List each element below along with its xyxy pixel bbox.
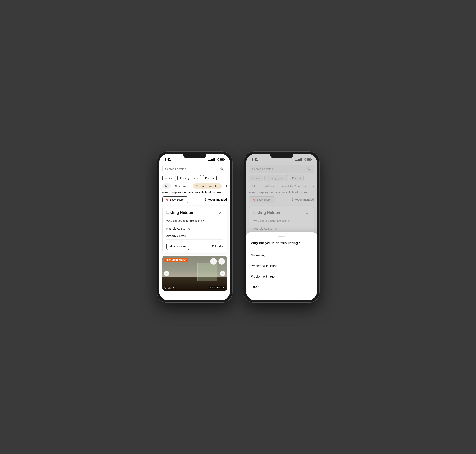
- scene: 9:41 ▂▄▆█ ⌘ 🔍: [157, 152, 319, 303]
- sort-arrows-left: ⇕: [204, 198, 207, 201]
- featured-badge-left: FEATURED AGENT: [164, 258, 188, 262]
- wifi-icon-left: ⌘: [216, 158, 219, 161]
- search-icon-right: 🔍: [307, 167, 311, 171]
- price-button-left[interactable]: Price ⌄: [203, 175, 217, 181]
- sheet-item-other-label: Other: [251, 286, 259, 289]
- chevron-other: ›: [311, 286, 312, 289]
- action-row-right: 🔖 Save Search ⇕ Recommended: [249, 196, 314, 203]
- price-label-left: Price: [205, 177, 211, 180]
- property-type-chevron-right: ⌄: [284, 177, 286, 180]
- result-count-left: 59553 Property / Houses for Sale in Sing…: [162, 191, 227, 194]
- filter-icon-right: ☰: [252, 177, 254, 179]
- sheet-item-problem-listing[interactable]: Problem with listing ›: [251, 261, 312, 271]
- price-chevron-left: ⌄: [212, 177, 214, 180]
- property-type-button-left[interactable]: Property Type ⌄: [177, 175, 201, 181]
- sheet-header: Why did you hide this listing? ✕: [251, 241, 312, 246]
- property-type-label-left: Property Type: [180, 177, 196, 180]
- svg-rect-5: [307, 159, 310, 160]
- chevron-misleading: ›: [311, 254, 312, 257]
- sheet-item-misleading[interactable]: Misleading ›: [251, 250, 312, 261]
- bookmark-icon-left: 🔖: [165, 198, 168, 201]
- favorite-button-left[interactable]: ♡: [218, 258, 225, 265]
- card-header-right: Listing Hidden ✕: [253, 210, 310, 215]
- property-type-button-right: Property Type ⌄: [264, 175, 288, 181]
- prev-arrow-left[interactable]: ‹: [164, 271, 169, 276]
- sheet-close-button[interactable]: ✕: [307, 241, 312, 246]
- time-left: 9:41: [165, 158, 171, 161]
- bookmark-icon-right: 🔖: [252, 198, 256, 201]
- filter-row-left: ☰ Filter Property Type ⌄ Price ⌄: [162, 175, 227, 181]
- search-bar-right: 🔍: [249, 165, 314, 173]
- brand-logo-icon-left: ⌂: [210, 287, 211, 289]
- sheet-item-problem-agent[interactable]: Problem with agent ›: [251, 271, 312, 282]
- search-icon-left: 🔍: [220, 167, 224, 171]
- battery-icon-left: [220, 158, 225, 161]
- close-button-left[interactable]: ✕: [217, 210, 223, 215]
- svg-rect-1: [224, 159, 225, 160]
- result-count-right: 59553 Property / Houses for Sale in Sing…: [249, 191, 314, 194]
- notch: [183, 152, 206, 158]
- chevron-problem-agent: ›: [311, 275, 312, 278]
- more-reasons-label-left: More reasons: [170, 245, 186, 248]
- pill-more-right: Ma...: [310, 183, 314, 189]
- card-footer-left: More reasons ↶ Undo: [166, 243, 223, 250]
- sort-text-left: Recommended: [207, 198, 227, 201]
- bottom-sheet-right[interactable]: Why did you hide this listing? ✕ Mislead…: [246, 232, 317, 300]
- sheet-item-misleading-label: Misleading: [251, 254, 265, 257]
- pill-all-right: All: [249, 183, 257, 189]
- pill-affordable-left[interactable]: Affordable Properties: [193, 183, 222, 189]
- pill-more-left[interactable]: Ma...: [223, 183, 227, 189]
- property-type-label-right: Property Type: [267, 177, 283, 180]
- filter-button-right: ☰ Filter: [249, 175, 263, 181]
- battery-icon-right: [307, 158, 311, 161]
- save-search-button-right: 🔖 Save Search: [249, 196, 275, 203]
- sheet-title: Why did you hide this listing?: [251, 241, 300, 245]
- more-reasons-button-left[interactable]: More reasons: [166, 243, 189, 250]
- category-row-left: All New Project Affordable Properties Ma…: [162, 183, 227, 189]
- property-actions-left: 👁⃠ ♡: [210, 258, 225, 265]
- status-icons-right: ▂▄▆█ ⌘: [295, 158, 311, 161]
- phone-right: 9:41 ▂▄▆█ ⌘ 🔍: [244, 152, 319, 303]
- sheet-item-other[interactable]: Other ›: [251, 282, 312, 292]
- reason-not-relevant-left[interactable]: Not relevant to me: [166, 225, 223, 232]
- sort-label-left[interactable]: ⇕ Recommended: [204, 198, 227, 201]
- hide-button-left[interactable]: 👁⃠: [210, 258, 217, 265]
- save-search-button-left[interactable]: 🔖 Save Search: [162, 196, 188, 203]
- pill-all-left[interactable]: All: [162, 183, 171, 189]
- filter-label-left: Filter: [168, 177, 174, 180]
- listing-hidden-card-left: Listing Hidden ✕ Why did you hide this l…: [162, 206, 227, 253]
- listing-hidden-title-left: Listing Hidden: [166, 211, 193, 215]
- brand-watermark-left: ⌂ PropertyGuru: [209, 286, 225, 289]
- filter-icon-left: ☰: [165, 177, 167, 179]
- chevron-problem-listing: ›: [311, 265, 312, 267]
- search-bar-left[interactable]: 🔍: [162, 165, 227, 173]
- pill-new-project-right: New Project: [259, 183, 278, 189]
- eye-slash-icon-left: 👁⃠: [212, 260, 214, 263]
- signal-icon-right: ▂▄▆█: [295, 158, 302, 161]
- filter-button-left[interactable]: ☰ Filter: [162, 175, 176, 181]
- sheet-handle: [278, 236, 285, 237]
- brand-name-left: PropertyGuru: [212, 287, 224, 289]
- pill-new-project-left[interactable]: New Project: [172, 183, 191, 189]
- reason-already-viewed-left[interactable]: Already viewed: [166, 232, 223, 240]
- undo-icon-left: ↶: [212, 244, 214, 248]
- next-arrow-left[interactable]: ›: [220, 271, 225, 276]
- time-right: 9:41: [252, 158, 258, 161]
- sort-text-right: Recommended: [294, 198, 314, 201]
- search-input-left[interactable]: [165, 167, 220, 170]
- signal-icon-left: ▂▄▆█: [208, 158, 215, 161]
- filter-label-right: Filter: [255, 177, 261, 180]
- undo-label-left: Undo: [215, 244, 223, 248]
- notch-right: [270, 152, 293, 158]
- search-input-right: [252, 167, 307, 170]
- svg-rect-4: [311, 159, 311, 160]
- property-type-chevron-left: ⌄: [196, 177, 199, 180]
- card-question-left: Why did you hide this listing?: [166, 219, 223, 222]
- sort-label-right: ⇕ Recommended: [291, 198, 314, 201]
- price-button-right: Price ⌄: [290, 175, 304, 181]
- category-row-right: All New Project Affordable Properties Ma…: [249, 183, 314, 189]
- undo-button-left[interactable]: ↶ Undo: [212, 244, 223, 248]
- wifi-icon-right: ⌘: [303, 158, 306, 161]
- sheet-item-problem-agent-label: Problem with agent: [251, 275, 277, 278]
- price-chevron-right: ⌄: [299, 177, 301, 180]
